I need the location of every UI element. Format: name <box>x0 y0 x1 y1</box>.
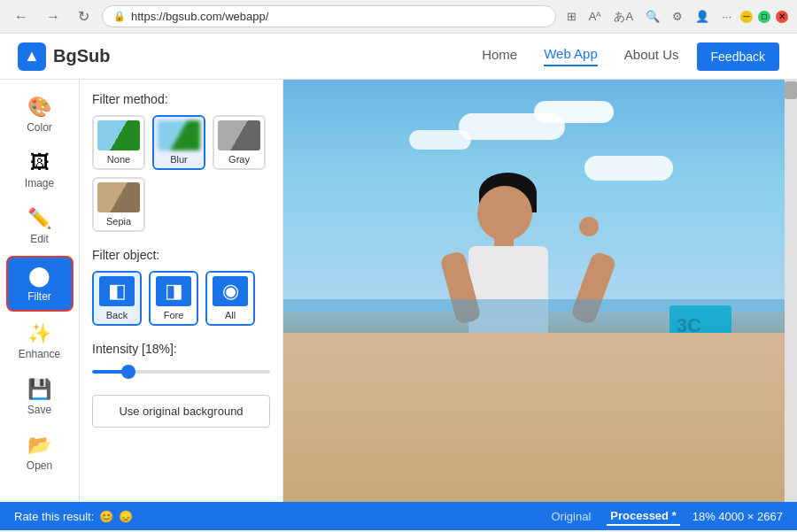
status-right: Original Processed * 18% 4000 × 2667 <box>547 507 783 526</box>
toolbar-image-label: Image <box>25 177 54 189</box>
object-fore-label: Fore <box>164 310 184 320</box>
person-head <box>477 186 532 241</box>
nav-about[interactable]: About Us <box>624 47 679 66</box>
cloud-3 <box>409 130 471 150</box>
lock-icon: 🔒 <box>113 11 126 22</box>
filter-gray[interactable]: Gray <box>213 115 266 170</box>
forward-button[interactable]: → <box>41 7 66 27</box>
filter-icon: ⬤ <box>28 265 50 288</box>
toolbar-save-label: Save <box>27 404 51 416</box>
url-text: https://bgsub.com/webapp/ <box>131 10 268 23</box>
object-fore[interactable]: ◨ Fore <box>149 271 198 326</box>
back-button[interactable]: ← <box>9 7 34 27</box>
search-button[interactable]: 🔍 <box>642 8 663 25</box>
intensity-slider[interactable] <box>92 370 270 374</box>
intensity-slider-container[interactable] <box>92 363 270 381</box>
toolbar-edit-label: Edit <box>30 233 49 245</box>
status-bar: Rate this result: 😊 😞 Original Processed… <box>0 502 797 530</box>
profile-button[interactable]: 👤 <box>692 8 713 25</box>
filter-object-title: Filter object: <box>92 248 270 262</box>
refresh-button[interactable]: ↻ <box>73 6 95 27</box>
color-icon: 🎨 <box>27 96 51 119</box>
toolbar: 🎨 Color 🖼 Image ✏️ Edit ⬤ Filter ✨ Enhan… <box>0 80 80 502</box>
main-layout: 🎨 Color 🖼 Image ✏️ Edit ⬤ Filter ✨ Enhan… <box>0 80 797 502</box>
address-bar[interactable]: 🔒 https://bgsub.com/webapp/ <box>102 5 556 27</box>
browser-titlebar: ← → ↻ 🔒 https://bgsub.com/webapp/ ⊞ Aᴬ あ… <box>0 0 797 33</box>
filter-none-label: None <box>107 154 130 165</box>
more-button[interactable]: ··· <box>718 8 735 25</box>
toolbar-open-label: Open <box>27 459 52 472</box>
rate-section: Rate this result: 😊 😞 <box>14 510 133 523</box>
beach-preview: 3C <box>283 80 785 502</box>
toolbar-item-image[interactable]: 🖼 Image <box>6 144 74 197</box>
toolbar-item-edit[interactable]: ✏️ Edit <box>6 200 74 252</box>
filter-gray-thumb <box>218 120 260 150</box>
open-icon: 📂 <box>27 434 51 457</box>
object-all-label: All <box>225 310 236 320</box>
scrollbar-thumb[interactable] <box>785 81 797 99</box>
toolbar-item-enhance[interactable]: ✨ Enhance <box>6 315 74 367</box>
filter-gray-label: Gray <box>228 154 250 165</box>
nav-webapp[interactable]: Web App <box>544 46 598 66</box>
cloud-4 <box>584 156 673 181</box>
filter-blur-thumb <box>158 120 200 150</box>
nav-home[interactable]: Home <box>482 47 517 66</box>
minimize-button[interactable]: ─ <box>740 11 753 23</box>
filter-sepia-label: Sepia <box>106 216 131 227</box>
object-back-label: Back <box>106 310 128 320</box>
toolbar-item-save[interactable]: 💾 Save <box>6 371 74 423</box>
save-icon: 💾 <box>27 378 51 401</box>
filter-none[interactable]: None <box>92 115 145 170</box>
filter-panel: Filter method: None Blur Gray Sepia <box>80 80 283 502</box>
filter-method-title: Filter method: <box>92 92 270 106</box>
feedback-button[interactable]: Feedback <box>697 42 779 71</box>
toolbar-enhance-label: Enhance <box>19 348 60 360</box>
filter-blur-label: Blur <box>170 154 188 165</box>
nav-links: Home Web App About Us <box>482 46 678 66</box>
use-original-button[interactable]: Use original background <box>92 395 270 428</box>
object-back[interactable]: ◧ Back <box>92 271 142 326</box>
filter-sepia[interactable]: Sepia <box>92 177 145 232</box>
rate-label: Rate this result: <box>14 510 94 523</box>
sad-icon[interactable]: 😞 <box>119 510 133 523</box>
app-header: ▲ BgSub Home Web App About Us Feedback <box>0 34 797 80</box>
beach-sand <box>283 333 785 502</box>
toolbar-filter-label: Filter <box>27 290 51 303</box>
toolbar-item-filter[interactable]: ⬤ Filter <box>6 256 74 312</box>
object-back-icon: ◧ <box>99 276 135 306</box>
intensity-label: Intensity [18%]: <box>92 342 270 356</box>
right-scrollbar[interactable] <box>785 80 797 502</box>
object-all[interactable]: ◉ All <box>205 271 255 326</box>
logo-text: BgSub <box>53 46 110 66</box>
filter-none-thumb <box>97 120 140 150</box>
browser-tools: ⊞ Aᴬ あA 🔍 ⚙ 👤 ··· ─ □ ✕ <box>563 7 788 27</box>
status-info: 18% 4000 × 2667 <box>693 510 783 523</box>
extension-button[interactable]: ⚙ <box>669 8 686 25</box>
logo: ▲ BgSub <box>18 42 110 71</box>
enhance-icon: ✨ <box>27 322 51 345</box>
browser-chrome: ← → ↻ 🔒 https://bgsub.com/webapp/ ⊞ Aᴬ あ… <box>0 0 797 34</box>
toolbar-item-color[interactable]: 🎨 Color <box>6 89 74 141</box>
object-all-icon: ◉ <box>213 276 248 306</box>
translate-button[interactable]: あA <box>610 7 637 27</box>
filter-sepia-thumb <box>97 182 140 212</box>
toolbar-item-open[interactable]: 📂 Open <box>6 427 74 479</box>
tab-processed[interactable]: Processed * <box>607 507 679 526</box>
image-icon: 🖼 <box>30 151 50 174</box>
logo-icon: ▲ <box>18 42 46 71</box>
edit-icon: ✏️ <box>27 207 51 230</box>
smile-icon[interactable]: 😊 <box>99 510 113 523</box>
image-area: 3C <box>283 80 785 502</box>
close-button[interactable]: ✕ <box>776 11 788 23</box>
intensity-section: Intensity [18%]: <box>92 342 270 381</box>
tab-grid-button[interactable]: ⊞ <box>563 8 580 25</box>
toolbar-color-label: Color <box>27 121 52 134</box>
filter-object-options: ◧ Back ◨ Fore ◉ All <box>92 271 270 326</box>
maximize-button[interactable]: □ <box>758 11 770 23</box>
tab-original[interactable]: Original <box>547 508 594 525</box>
filter-method-options: None Blur Gray Sepia <box>92 115 270 232</box>
filter-blur[interactable]: Blur <box>152 115 205 170</box>
reader-button[interactable]: Aᴬ <box>585 8 606 25</box>
cloud-2 <box>534 101 614 123</box>
object-fore-icon: ◨ <box>156 276 191 306</box>
